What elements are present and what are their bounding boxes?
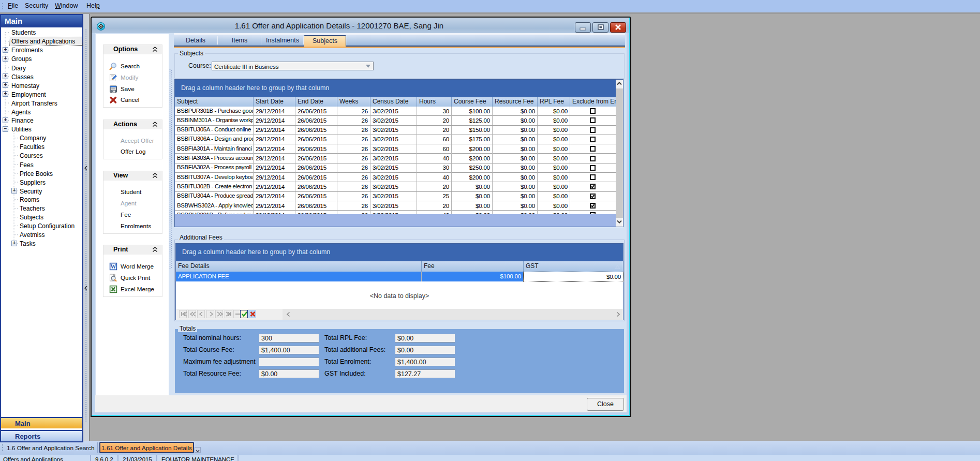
svg-text:W: W <box>110 263 116 270</box>
